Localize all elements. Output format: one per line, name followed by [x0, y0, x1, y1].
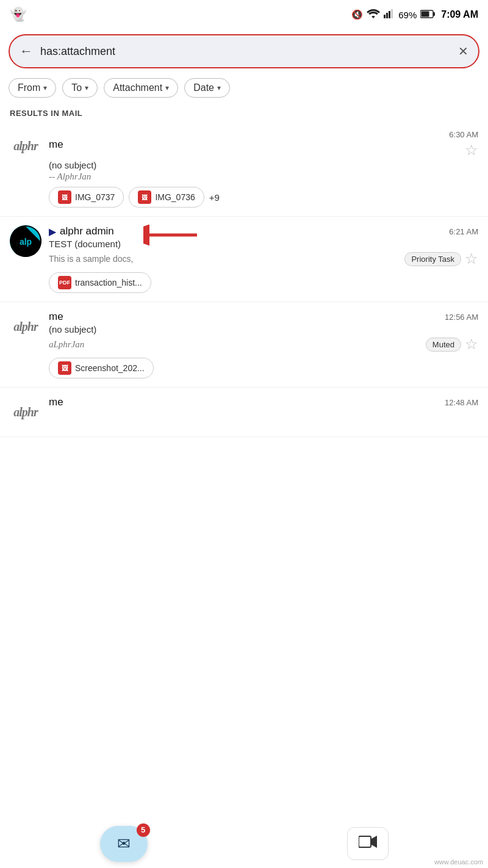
- mail-footer-2: PDF transaction_hist...: [49, 272, 478, 293]
- time-display: 7:09 AM: [441, 9, 478, 20]
- svg-text:alp: alp: [20, 237, 32, 247]
- priority-arrow-icon: ▶: [49, 226, 56, 237]
- avatar-4: alphr: [10, 396, 41, 428]
- mail-content-4: me 12:48 AM: [49, 396, 478, 410]
- mail-content-1: me 6:30 AM ☆ (no subject) -- AlphrJan 🖼 …: [49, 130, 478, 208]
- mail-item-3[interactable]: alphr me 12:56 AM (no subject) aLphrJan …: [0, 302, 488, 388]
- mail-right-1: 6:30 AM ☆: [449, 130, 478, 159]
- attachment-name-1: IMG_0737: [75, 192, 115, 202]
- mail-subject-2: TEST (document): [49, 239, 478, 249]
- battery-percent: 69%: [398, 10, 417, 20]
- avatar-1: alphr: [10, 130, 41, 162]
- filter-date-label: Date: [193, 82, 214, 93]
- priority-task-badge: Priority Task: [404, 252, 461, 266]
- svg-marker-13: [371, 836, 377, 848]
- attachment-name-screenshot: Screenshot_202...: [75, 363, 145, 373]
- attachment-chip-img2[interactable]: 🖼 IMG_0736: [129, 187, 204, 208]
- attachment-name-2: IMG_0736: [155, 192, 195, 202]
- avatar-alphr-logo-1: alphr: [13, 139, 37, 153]
- mail-footer-3: 🖼 Screenshot_202...: [49, 358, 478, 378]
- mail-item-2[interactable]: alp ▶ alphr admin 6:21 AM TEST (document…: [0, 217, 488, 302]
- mail-sender-1: me: [49, 139, 63, 151]
- mail-subject-3: (no subject): [49, 324, 478, 335]
- muted-badge: Muted: [426, 338, 461, 352]
- search-bar-container: ← has:attachment ✕: [0, 29, 488, 74]
- filter-to-label: To: [71, 82, 82, 93]
- snapchat-icon: 👻: [10, 7, 26, 23]
- mail-preview-3: aLphrJan Muted ☆: [49, 336, 478, 353]
- mail-right-4: 12:48 AM: [445, 398, 478, 407]
- status-bar-right: 🔇 69% 7:09 AM: [351, 9, 478, 21]
- filter-from-label: From: [18, 82, 40, 93]
- mail-header-1: me 6:30 AM ☆: [49, 130, 478, 159]
- svg-rect-12: [359, 836, 371, 847]
- attachment-chip-img1[interactable]: 🖼 IMG_0737: [49, 187, 124, 208]
- mail-badges-2: Priority Task ☆: [404, 250, 478, 267]
- img-icon-2: 🖼: [138, 190, 151, 204]
- bottom-bar: ✉ 5: [0, 819, 488, 868]
- avatar-alphr-logo-3: alphr: [13, 320, 37, 334]
- back-button[interactable]: ←: [20, 43, 33, 59]
- attachment-name-pdf1: transaction_hist...: [75, 278, 142, 288]
- svg-rect-1: [386, 13, 388, 18]
- mail-time-1: 6:30 AM: [449, 130, 478, 139]
- svg-rect-6: [422, 11, 429, 16]
- filter-to[interactable]: To ▾: [62, 78, 98, 98]
- mail-item-4[interactable]: alphr me 12:48 AM: [0, 388, 488, 437]
- svg-rect-2: [389, 11, 390, 18]
- mail-sender-2: ▶ alphr admin: [49, 225, 114, 237]
- mail-footer-1: 🖼 IMG_0737 🖼 IMG_0736 +9: [49, 187, 478, 208]
- star-button-3[interactable]: ☆: [465, 336, 478, 353]
- filter-to-arrow: ▾: [85, 84, 88, 92]
- status-bar: 👻 🔇 69% 7:09 AM: [0, 0, 488, 29]
- mail-sender-4: me: [49, 396, 63, 408]
- mail-content-3: me 12:56 AM (no subject) aLphrJan Muted …: [49, 311, 478, 378]
- filter-date[interactable]: Date ▾: [184, 78, 230, 98]
- attachment-chip-pdf1[interactable]: PDF transaction_hist...: [49, 272, 151, 293]
- svg-rect-5: [433, 12, 435, 16]
- filter-date-arrow: ▾: [217, 84, 221, 92]
- mute-icon: 🔇: [351, 9, 363, 20]
- mail-header-2: ▶ alphr admin 6:21 AM: [49, 225, 478, 237]
- svg-rect-0: [384, 15, 386, 18]
- mail-time-3: 12:56 AM: [445, 313, 478, 322]
- filter-attachment-label: Attachment: [113, 82, 162, 93]
- mail-right-2: 6:21 AM: [449, 227, 478, 236]
- mail-time-4: 12:48 AM: [445, 398, 478, 407]
- mail-preview-2: This is a sample docs, Priority Task ☆: [49, 250, 478, 267]
- img-icon-1: 🖼: [58, 190, 71, 204]
- star-button-2[interactable]: ☆: [465, 250, 478, 267]
- pdf-icon-1: PDF: [58, 276, 71, 289]
- clear-search-button[interactable]: ✕: [458, 44, 468, 59]
- mail-item-1[interactable]: alphr me 6:30 AM ☆ (no subject) -- Alphr…: [0, 121, 488, 217]
- svg-rect-3: [391, 9, 393, 18]
- wifi-icon: [367, 9, 380, 21]
- mail-right-3: 12:56 AM: [445, 313, 478, 322]
- mail-time-2: 6:21 AM: [449, 227, 478, 236]
- filter-chips-row: From ▾ To ▾ Attachment ▾ Date ▾: [0, 74, 488, 104]
- filter-attachment[interactable]: Attachment ▾: [104, 78, 178, 98]
- star-button-1[interactable]: ☆: [465, 142, 478, 159]
- avatar-alphr-logo-4: alphr: [13, 405, 37, 419]
- watermark: www.deuac.com: [434, 858, 483, 866]
- section-label: RESULTS IN MAIL: [0, 104, 488, 121]
- attachment-chip-screenshot[interactable]: 🖼 Screenshot_202...: [49, 358, 154, 378]
- extra-attachments-1: +9: [209, 192, 220, 203]
- mail-sender-3: me: [49, 311, 63, 323]
- mail-header-3: me 12:56 AM: [49, 311, 478, 323]
- avatar-3: alphr: [10, 311, 41, 342]
- avatar-2: alp: [10, 225, 41, 257]
- filter-from[interactable]: From ▾: [9, 78, 56, 98]
- filter-attachment-arrow: ▾: [165, 84, 169, 92]
- compose-icon: ✉: [117, 834, 131, 853]
- fab-video-button[interactable]: [347, 827, 389, 860]
- mail-list: alphr me 6:30 AM ☆ (no subject) -- Alphr…: [0, 121, 488, 437]
- mail-preview-1: -- AlphrJan: [49, 172, 478, 182]
- mail-preview-text-1: -- AlphrJan: [49, 172, 91, 182]
- fab-compose-button[interactable]: ✉ 5: [100, 826, 148, 862]
- battery-icon: [420, 10, 435, 20]
- search-query[interactable]: has:attachment: [40, 45, 458, 58]
- status-bar-left: 👻: [10, 7, 26, 23]
- search-bar[interactable]: ← has:attachment ✕: [9, 34, 479, 68]
- mail-header-4: me 12:48 AM: [49, 396, 478, 408]
